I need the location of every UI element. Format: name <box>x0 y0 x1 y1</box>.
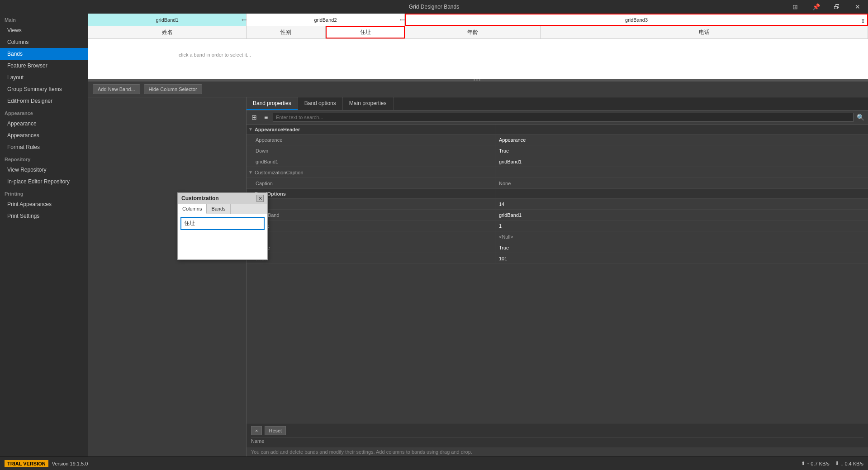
sidebar-item-format-rules[interactable]: Format Rules <box>0 141 88 153</box>
sidebar-item-inplace-editor[interactable]: In-place Editor Repository <box>0 176 88 187</box>
restore-btn[interactable]: 🗗 <box>826 0 847 14</box>
upload-stat: ⬆ ↑ 0.7 KB/s <box>801 460 830 466</box>
band-header-1[interactable]: gridBand1 ⟺ <box>88 14 247 26</box>
band-header-3[interactable]: gridBand3 ▼ ▲ <box>405 14 868 26</box>
prop-row-count[interactable]: Count 1 <box>247 221 868 231</box>
trial-badge: TRIAL VERSION <box>5 460 48 467</box>
tab-band-options[interactable]: Band options <box>298 97 343 110</box>
band-header-row: gridBand1 ⟺ gridBand2 ⟺ gridBand3 ▼ ▲ <box>88 14 868 26</box>
expand-all-button[interactable]: ⊞ <box>249 112 259 122</box>
titlebar-controls: ⊞ 📌 🗗 ✕ <box>785 0 868 14</box>
prop-row-appearance[interactable]: Appearance Appearance <box>247 134 868 145</box>
prop-value-fixedband: gridBand1 <box>495 210 868 220</box>
sidebar: Main Views Columns Bands Feature Browser… <box>0 14 88 456</box>
search-icon-btn[interactable]: 🔍 <box>855 112 865 122</box>
prop-name-null <box>247 231 495 242</box>
band2-resize[interactable]: ⟺ <box>402 16 404 24</box>
resize-dots <box>474 79 483 81</box>
band1-resize[interactable]: ⟺ <box>243 16 246 24</box>
props-toolbar: ⊞ ≡ 🔍 <box>247 110 868 125</box>
sidebar-item-editform[interactable]: EditForm Designer <box>0 95 88 107</box>
prop-row-down[interactable]: Down True <box>247 145 868 156</box>
prop-row-null[interactable]: <Null> <box>247 231 868 242</box>
dialog-tab-bands[interactable]: Bands <box>207 204 230 214</box>
dialog-title: Customization <box>181 195 219 201</box>
tab-band-properties[interactable]: Band properties <box>247 97 298 110</box>
band-header-2[interactable]: gridBand2 ⟺ <box>247 14 405 26</box>
properties-area: Band properties Band options Main proper… <box>247 97 868 456</box>
prop-value-custom-caption <box>495 167 868 177</box>
prop-row-visible[interactable]: Visible True <box>247 242 868 253</box>
dialog-list-item-address[interactable]: 住址 <box>180 217 265 230</box>
customization-dialog: Customization ✕ Columns Bands 住址 <box>177 192 268 260</box>
prop-value-width2: 101 <box>495 253 868 264</box>
add-new-band-button[interactable]: Add New Band... <box>93 84 140 94</box>
dialog-close-button[interactable]: ✕ <box>256 195 264 202</box>
dialog-tab-columns[interactable]: Columns <box>178 204 207 214</box>
sidebar-item-appearance[interactable]: Appearance <box>0 118 88 129</box>
prop-row-fixedband[interactable]: FixedBand gridBand1 <box>247 210 868 221</box>
sidebar-item-layout[interactable]: Layout <box>0 72 88 83</box>
dialog-titlebar: Customization ✕ <box>178 193 267 204</box>
tab-main-properties[interactable]: Main properties <box>343 97 394 110</box>
col-header-gender[interactable]: 性别 <box>247 26 326 38</box>
main-layout: Main Views Columns Bands Feature Browser… <box>0 14 868 456</box>
footer: TRIAL VERSION Version 19.1.5.0 ⬆ ↑ 0.7 K… <box>0 456 868 470</box>
sidebar-item-columns[interactable]: Columns <box>0 36 88 48</box>
prop-name-width1: Width <box>247 199 495 209</box>
col-header-address[interactable]: 住址 <box>326 26 405 38</box>
sidebar-item-group-summary[interactable]: Group Summary Items <box>0 83 88 95</box>
sidebar-item-appearances[interactable]: Appearances <box>0 129 88 141</box>
prop-name-count: Count <box>247 221 495 231</box>
content-area: gridBand1 ⟺ gridBand2 ⟺ gridBand3 ▼ ▲ 姓名 <box>88 14 868 456</box>
prop-value-null: <Null> <box>495 231 868 242</box>
prop-value-down: True <box>495 145 868 156</box>
grid-resize-handle[interactable] <box>88 79 868 81</box>
col-header-age[interactable]: 年龄 <box>405 26 541 38</box>
sidebar-header-main: Main <box>0 14 88 24</box>
titlebar: Grid Designer Bands ⊞ 📌 🗗 ✕ <box>0 0 868 14</box>
props-search-input[interactable] <box>273 113 854 122</box>
sidebar-item-view-repository[interactable]: View Repository <box>0 164 88 176</box>
grid-preview: gridBand1 ⟺ gridBand2 ⟺ gridBand3 ▼ ▲ 姓名 <box>88 14 868 82</box>
sidebar-item-views[interactable]: Views <box>0 24 88 36</box>
prop-row-caption[interactable]: Caption None <box>247 178 868 189</box>
sidebar-header-repository: Repository <box>0 153 88 164</box>
prop-row-band-options[interactable]: ▼ BandOptions <box>247 189 868 199</box>
prop-name-caption: Caption <box>247 178 495 188</box>
prop-value-visible: True <box>495 242 868 253</box>
grid-icon-btn[interactable]: ⊞ <box>785 0 806 14</box>
download-stat: ⬇ ↓ 0.4 KB/s <box>835 460 863 466</box>
close-x-button[interactable]: × <box>251 426 262 435</box>
prop-name-appearance: Appearance <box>247 134 495 145</box>
prop-row-appearance-header[interactable]: ▼ AppearanceHeader <box>247 125 868 134</box>
prop-value-appearance: Appearance <box>495 134 868 145</box>
sidebar-item-print-appearances[interactable]: Print Appearances <box>0 198 88 210</box>
col-header-name[interactable]: 姓名 <box>88 26 247 38</box>
sidebar-item-print-settings[interactable]: Print Settings <box>0 210 88 222</box>
col-header-phone[interactable]: 电话 <box>541 26 868 38</box>
props-footer: × Reset Name <box>247 423 868 447</box>
version-label: Version 19.1.5.0 <box>52 461 88 466</box>
dialog-tabs: Columns Bands <box>178 204 267 214</box>
hide-column-selector-button[interactable]: Hide Column Selector <box>144 84 202 94</box>
prop-row-width2[interactable]: Width 101 <box>247 253 868 264</box>
pin-btn[interactable]: 📌 <box>806 0 826 14</box>
sort-button[interactable]: ≡ <box>261 112 271 122</box>
close-btn[interactable]: ✕ <box>847 0 868 14</box>
prop-value-caption: None <box>495 178 868 188</box>
prop-name-visible: Visible <box>247 242 495 253</box>
sidebar-item-feature-browser[interactable]: Feature Browser <box>0 60 88 72</box>
prop-name: ▼ AppearanceHeader <box>247 125 495 134</box>
prop-row-customization-caption[interactable]: ▼ CustomizationCaption <box>247 167 868 178</box>
footer-left: TRIAL VERSION Version 19.1.5.0 <box>5 460 88 467</box>
sidebar-item-bands[interactable]: Bands <box>0 48 88 60</box>
reset-button[interactable]: Reset <box>265 426 286 435</box>
props-table: ▼ AppearanceHeader Appearance Appearance… <box>247 125 868 423</box>
props-action-row: × Reset <box>251 426 863 435</box>
upload-value: ↑ 0.7 KB/s <box>807 461 830 466</box>
click-hint: click a band in order to select it... <box>179 52 251 58</box>
prop-row-gridband[interactable]: gridBand1 gridBand1 <box>247 156 868 167</box>
band3-resize-up[interactable]: ▲ <box>861 19 865 24</box>
prop-row-width1[interactable]: Width 14 <box>247 199 868 210</box>
